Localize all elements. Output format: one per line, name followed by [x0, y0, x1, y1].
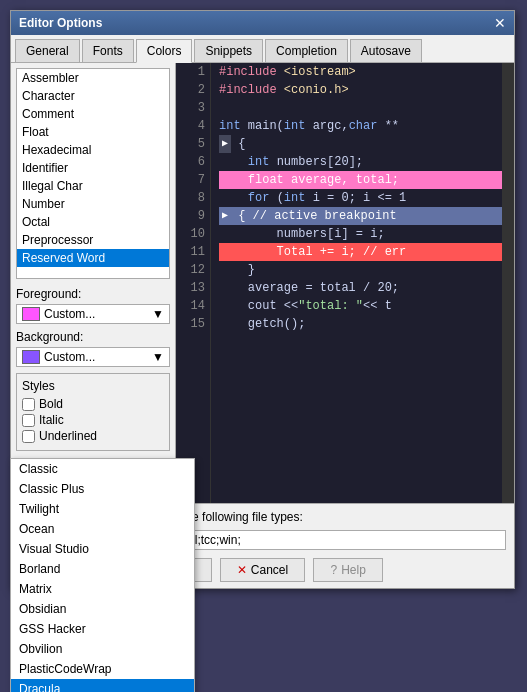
styles-title: Styles — [22, 379, 164, 393]
theme-option-plasticcodewrap[interactable]: PlasticCodeWrap — [11, 659, 194, 679]
lib-1: <iostream> — [284, 63, 356, 81]
foreground-label: Foreground: — [16, 287, 170, 301]
kw-int-6: int — [248, 153, 270, 171]
foreground-color-button[interactable]: Custom... ▼ — [16, 304, 170, 324]
list-item-float[interactable]: Float — [17, 123, 169, 141]
code-line-7: float average, total; — [219, 171, 502, 189]
code-line-15: getch(); — [219, 315, 502, 333]
code-line-2: #include <conio.h> — [219, 81, 502, 99]
background-button-label: Custom... — [44, 350, 95, 364]
list-item-hexadecimal[interactable]: Hexadecimal — [17, 141, 169, 159]
background-color-button[interactable]: Custom... ▼ — [16, 347, 170, 367]
include-1: #include — [219, 63, 277, 81]
code-line-14: cout << "total: " << t — [219, 297, 502, 315]
kw-int-4: int — [219, 117, 241, 135]
italic-label: Italic — [39, 413, 64, 427]
list-item-number[interactable]: Number — [17, 195, 169, 213]
theme-option-obvilion[interactable]: Obvilion — [11, 639, 194, 659]
styles-box: Styles Bold Italic Underlined — [16, 373, 170, 451]
theme-option-twilight[interactable]: Twilight — [11, 499, 194, 519]
tab-colors[interactable]: Colors — [136, 39, 193, 63]
help-label: Help — [341, 563, 366, 577]
kw-for-8: for — [248, 189, 270, 207]
theme-option-classicplus[interactable]: Classic Plus — [11, 479, 194, 499]
title-bar: Editor Options ✕ — [11, 11, 514, 35]
theme-option-borland[interactable]: Borland — [11, 559, 194, 579]
kw-int-8: int — [284, 189, 306, 207]
help-button[interactable]: ? Help — [313, 558, 383, 582]
code-line-1: #include <iostream> — [219, 63, 502, 81]
kw-int2-4: int — [284, 117, 306, 135]
theme-option-visualstudio[interactable]: Visual Studio — [11, 539, 194, 559]
tab-general[interactable]: General — [15, 39, 80, 62]
code-line-8: for (int i = 0; i <= 1 — [219, 189, 502, 207]
foreground-swatch — [22, 307, 40, 321]
tab-completion[interactable]: Completion — [265, 39, 348, 62]
list-item-illegalchar[interactable]: Illegal Char — [17, 177, 169, 195]
underlined-checkbox[interactable] — [22, 430, 35, 443]
window-title: Editor Options — [19, 16, 102, 30]
foreground-chevron-icon: ▼ — [152, 307, 164, 321]
list-item-identifier[interactable]: Identifier — [17, 159, 169, 177]
code-line-3 — [219, 99, 502, 117]
syntax-listbox[interactable]: Assembler Character Comment Float Hexade… — [16, 68, 170, 279]
foreground-button-label: Custom... — [44, 307, 95, 321]
right-panel: 1 2 3 4 5 6 7 8 9 10 11 12 13 14 — [176, 63, 514, 503]
bold-label: Bold — [39, 397, 63, 411]
close-button[interactable]: ✕ — [494, 16, 506, 30]
cancel-button[interactable]: ✕ Cancel — [220, 558, 305, 582]
cancel-icon: ✕ — [237, 563, 247, 577]
tabs-bar: General Fonts Colors Snippets Completion… — [11, 35, 514, 63]
main-content: Assembler Character Comment Float Hexade… — [11, 63, 514, 503]
tab-fonts[interactable]: Fonts — [82, 39, 134, 62]
theme-option-gsshacker[interactable]: GSS Hacker — [11, 619, 194, 639]
include-2: #include — [219, 81, 277, 99]
theme-dropdown-overlay: Classic Classic Plus Twilight Ocean Visu… — [10, 458, 195, 692]
code-line-11: Total += i; // err — [219, 243, 502, 261]
code-line-9: ▶ { // active breakpoint — [219, 207, 502, 225]
list-item-comment[interactable]: Comment — [17, 105, 169, 123]
kw-char-4: char — [349, 117, 378, 135]
list-item-octal[interactable]: Octal — [17, 213, 169, 231]
code-editor: 1 2 3 4 5 6 7 8 9 10 11 12 13 14 — [176, 63, 514, 503]
tab-autosave[interactable]: Autosave — [350, 39, 422, 62]
code-line-6: int numbers[20]; — [219, 153, 502, 171]
theme-option-dracula[interactable]: Dracula — [11, 679, 194, 692]
theme-option-ocean[interactable]: Ocean — [11, 519, 194, 539]
underlined-checkbox-row[interactable]: Underlined — [22, 429, 164, 443]
lib-2: <conio.h> — [284, 81, 349, 99]
theme-option-matrix[interactable]: Matrix — [11, 579, 194, 599]
list-item-character[interactable]: Character — [17, 87, 169, 105]
code-lines: 1 2 3 4 5 6 7 8 9 10 11 12 13 14 — [176, 63, 514, 503]
cancel-label: Cancel — [251, 563, 288, 577]
bold-checkbox[interactable] — [22, 398, 35, 411]
list-item-preprocessor[interactable]: Preprocessor — [17, 231, 169, 249]
code-line-10: numbers[i] = i; — [219, 225, 502, 243]
bold-checkbox-row[interactable]: Bold — [22, 397, 164, 411]
list-item-reservedword[interactable]: Reserved Word — [17, 249, 169, 267]
background-chevron-icon: ▼ — [152, 350, 164, 364]
theme-option-obsidian[interactable]: Obsidian — [11, 599, 194, 619]
code-line-4: int main(int argc, char ** — [219, 117, 502, 135]
background-label: Background: — [16, 330, 170, 344]
code-line-13: average = total / 20; — [219, 279, 502, 297]
help-icon: ? — [330, 563, 337, 577]
theme-option-classic[interactable]: Classic — [11, 459, 194, 479]
line-numbers: 1 2 3 4 5 6 7 8 9 10 11 12 13 14 — [176, 63, 211, 503]
code-line-5: ▶ { — [219, 135, 502, 153]
background-swatch — [22, 350, 40, 364]
list-item-assembler[interactable]: Assembler — [17, 69, 169, 87]
underlined-label: Underlined — [39, 429, 97, 443]
left-panel: Assembler Character Comment Float Hexade… — [11, 63, 176, 503]
background-row: Custom... ▼ — [16, 347, 170, 367]
tab-snippets[interactable]: Snippets — [194, 39, 263, 62]
foreground-row: Custom... ▼ — [16, 304, 170, 324]
code-content: #include <iostream> #include <conio.h> i… — [211, 63, 502, 503]
italic-checkbox-row[interactable]: Italic — [22, 413, 164, 427]
italic-checkbox[interactable] — [22, 414, 35, 427]
code-line-12: } — [219, 261, 502, 279]
vertical-scrollbar[interactable] — [502, 63, 514, 503]
